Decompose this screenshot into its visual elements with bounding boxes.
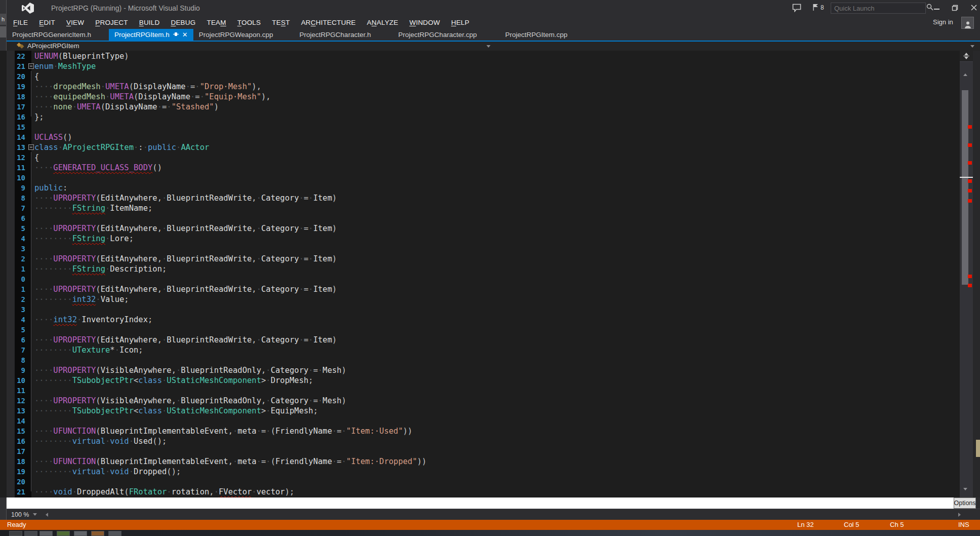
code-line[interactable]: 18····equipedMesh·UMETA(DisplayName·=·"E… xyxy=(0,92,960,102)
code-line[interactable]: 2········int32·Value; xyxy=(0,294,960,304)
user-avatar[interactable] xyxy=(961,17,974,29)
code-line[interactable]: 8 xyxy=(0,355,960,365)
options-button[interactable]: Options xyxy=(954,497,976,509)
tab-projectrpgcharacter.cpp[interactable]: ProjectRPGCharacter.cpp xyxy=(393,29,482,41)
close-button[interactable] xyxy=(966,2,980,13)
code-line[interactable]: 5····UPROPERTY(EditAnywhere,·BlueprintRe… xyxy=(0,223,960,234)
code-line[interactable]: 11····GENERATED_UCLASS_BODY() xyxy=(0,163,960,173)
taskbar-app-icon[interactable] xyxy=(91,531,104,536)
code-line[interactable]: 12····UPROPERTY(VisibleAnywhere,·Bluepri… xyxy=(0,396,960,406)
scroll-left-arrow[interactable] xyxy=(46,513,48,517)
code-line[interactable]: 17····none·UMETA(DisplayName·=·"Stashed"… xyxy=(0,102,960,112)
code-line[interactable]: 13········TSubobjectPtr<class·UStaticMes… xyxy=(0,406,960,416)
code-line[interactable]: 22UENUM(BlueprintType) xyxy=(0,51,960,61)
code-line[interactable]: 10········TSubobjectPtr<class·UStaticMes… xyxy=(0,375,960,386)
split-up-icon xyxy=(964,53,968,55)
tab-projectrpgcharacter.h[interactable]: ProjectRPGCharacter.h xyxy=(294,29,377,41)
scroll-right-arrow[interactable] xyxy=(958,513,961,517)
scrollbar-thumb[interactable] xyxy=(962,90,968,285)
pin-icon[interactable] xyxy=(173,31,179,39)
code-line[interactable]: 1····UPROPERTY(EditAnywhere,·BlueprintRe… xyxy=(0,284,960,294)
menu-item-help[interactable]: HELP xyxy=(445,19,475,26)
code-line[interactable]: 6····UPROPERTY(EditAnywhere,·BlueprintRe… xyxy=(0,335,960,345)
code-line[interactable]: 2····UPROPERTY(EditAnywhere,·BlueprintRe… xyxy=(0,254,960,264)
quick-launch-input[interactable] xyxy=(831,5,926,12)
code-line[interactable]: 18····UFUNCTION(BlueprintImplementableEv… xyxy=(0,456,960,467)
close-tab-icon[interactable]: ✕ xyxy=(182,31,188,38)
vertical-scrollbar[interactable] xyxy=(960,51,973,497)
tab-projectrpgweapon.cpp[interactable]: ProjectRPGWeapon.cpp xyxy=(193,29,279,41)
sign-in-link[interactable]: Sign in xyxy=(933,18,953,26)
code-line[interactable]: 13class·AProjectRPGItem·:·public·AActor xyxy=(0,142,960,152)
taskbar-app-icon[interactable] xyxy=(108,531,121,536)
code-line[interactable]: 3 xyxy=(0,244,960,254)
menu-item-window[interactable]: WINDOW xyxy=(404,19,445,26)
code-line[interactable]: 8····UPROPERTY(EditAnywhere,·BlueprintRe… xyxy=(0,193,960,203)
code-line[interactable]: 6 xyxy=(0,213,960,223)
taskbar-app-icon[interactable] xyxy=(24,531,37,536)
code-line[interactable]: 7········UTexture*·Icon; xyxy=(0,345,960,355)
taskbar-app-icon[interactable] xyxy=(39,531,53,536)
line-number: 6 xyxy=(15,335,28,345)
fold-collapse-box[interactable] xyxy=(28,61,34,71)
tab-projectrpgitem.h[interactable]: ProjectRPGItem.h✕ xyxy=(109,29,193,41)
vim-command-input[interactable] xyxy=(7,497,954,509)
restore-button[interactable] xyxy=(947,2,962,13)
code-line[interactable]: 20{ xyxy=(0,71,960,82)
menu-item-file[interactable]: FILE xyxy=(8,19,33,26)
code-line[interactable]: 19········virtual·void·Dropped(); xyxy=(0,467,960,477)
code-line[interactable]: 7········FString·ItemName; xyxy=(0,203,960,213)
tab-projectrpggenericitem.h[interactable]: ProjectRPGGenericItem.h xyxy=(7,29,97,41)
code-line[interactable]: 16········virtual·void·Used(); xyxy=(0,436,960,446)
scope-combo[interactable]: AProjectRPGItem xyxy=(17,42,79,50)
menu-item-team[interactable]: TEAM xyxy=(201,19,231,26)
code-line[interactable]: 21enum·MeshType xyxy=(0,61,960,71)
taskbar-app-icon[interactable] xyxy=(9,531,22,536)
tab-projectrpgitem.cpp[interactable]: ProjectRPGItem.cpp xyxy=(500,29,573,41)
editor-splitter-grip[interactable] xyxy=(960,51,973,62)
code-line[interactable]: 9public: xyxy=(0,183,960,193)
code-line[interactable]: 19····dropedMesh·UMETA(DisplayName·=·"Dr… xyxy=(0,82,960,92)
code-line[interactable]: 4····int32·InventoryIndex; xyxy=(0,315,960,325)
code-line[interactable]: 9····UPROPERTY(VisibleAnywhere,·Blueprin… xyxy=(0,365,960,375)
code-line[interactable]: 5 xyxy=(0,325,960,335)
taskbar-app-icon[interactable] xyxy=(74,531,87,536)
menu-item-debug[interactable]: DEBUG xyxy=(165,19,201,26)
quick-launch-box[interactable] xyxy=(831,3,926,14)
code-line[interactable]: 11 xyxy=(0,386,960,396)
scroll-up-arrow[interactable] xyxy=(963,65,967,74)
code-line[interactable]: 14 xyxy=(0,416,960,426)
code-line[interactable]: 21····void·DroppedAlt(FRotator·rotation,… xyxy=(0,487,960,497)
code-line[interactable]: 15····UFUNCTION(BlueprintImplementableEv… xyxy=(0,426,960,436)
code-line[interactable]: 14UCLASS() xyxy=(0,132,960,142)
feedback-icon[interactable] xyxy=(792,4,802,14)
taskbar-app-icon[interactable] xyxy=(57,531,70,536)
code-line[interactable]: 10 xyxy=(0,173,960,183)
menu-item-analyze[interactable]: ANALYZE xyxy=(361,19,404,26)
menu-item-view[interactable]: VIEW xyxy=(61,19,90,26)
code-editor[interactable]: 22UENUM(BlueprintType)21enum·MeshType20{… xyxy=(0,51,960,497)
zoom-level-combo[interactable]: 100 % xyxy=(8,510,40,519)
members-dropdown-chevron-icon[interactable] xyxy=(970,45,974,48)
fold-collapse-box[interactable] xyxy=(28,142,34,152)
menu-item-test[interactable]: TEST xyxy=(266,19,295,26)
code-line[interactable]: 4········FString·Lore; xyxy=(0,234,960,244)
notifications-flag[interactable]: 8 xyxy=(812,4,824,11)
menu-item-edit[interactable]: EDIT xyxy=(33,19,61,26)
menu-item-tools[interactable]: TOOLS xyxy=(232,19,267,26)
code-text: ········FString·Lore; xyxy=(34,234,134,244)
code-line[interactable]: 1········FString·Description; xyxy=(0,264,960,274)
types-dropdown-chevron-icon[interactable] xyxy=(486,45,491,48)
code-line[interactable]: 20 xyxy=(0,477,960,487)
menu-item-build[interactable]: BUILD xyxy=(134,19,166,26)
code-line[interactable]: 17 xyxy=(0,446,960,456)
minimize-button[interactable] xyxy=(929,2,944,13)
code-line[interactable]: 15 xyxy=(0,122,960,132)
menu-item-project[interactable]: PROJECT xyxy=(90,19,133,26)
code-line[interactable]: 12{ xyxy=(0,152,960,163)
code-line[interactable]: 3 xyxy=(0,304,960,315)
code-line[interactable]: 16}; xyxy=(0,112,960,122)
code-line-cursor[interactable]: 0 xyxy=(0,274,960,284)
code-text: ········virtual·void·Used(); xyxy=(34,436,167,446)
menu-item-architecture[interactable]: ARCHITECTURE xyxy=(296,19,361,26)
